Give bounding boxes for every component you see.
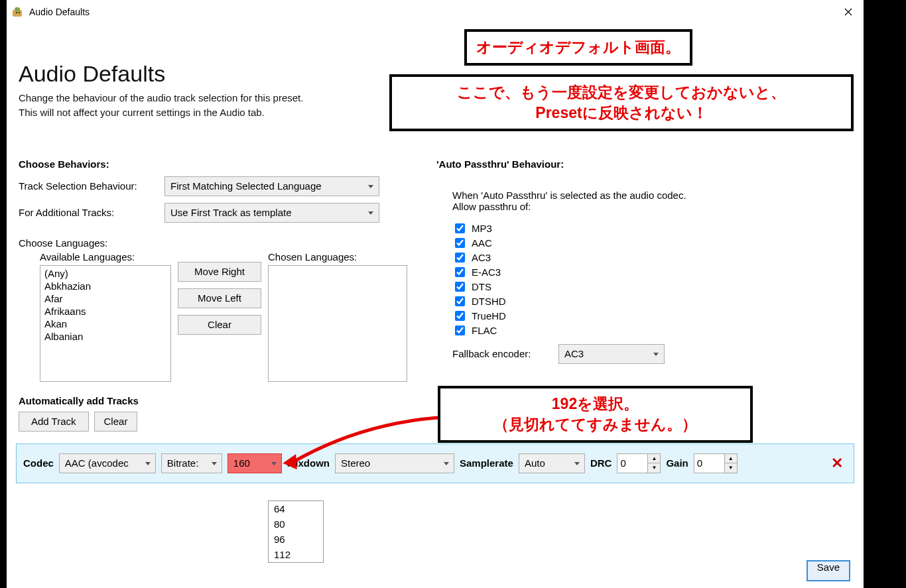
passthru-eac3-checkbox[interactable]: E-AC3 <box>452 265 852 279</box>
available-languages-list[interactable]: (Any) Abkhazian Afar Afrikaans Akan Alba… <box>40 265 171 382</box>
titlebar: Audio Defaults <box>7 0 864 24</box>
passthru-mp3-checkbox[interactable]: MP3 <box>452 221 852 235</box>
list-item[interactable]: Afrikaans <box>43 305 168 318</box>
bitrate-option[interactable]: 96 <box>269 532 323 547</box>
spin-up-icon[interactable]: ▲ <box>725 454 737 464</box>
bitrate-options-dropdown[interactable]: 64 80 96 112 <box>268 500 324 563</box>
delete-track-button[interactable]: ✕ <box>831 455 843 472</box>
callout-3: 192を選択。（見切れててすみません。） <box>438 386 753 443</box>
spin-up-icon[interactable]: ▲ <box>648 454 660 464</box>
bitrate-value-dropdown[interactable]: 160 <box>227 453 282 473</box>
arrow-icon <box>279 411 451 484</box>
list-item[interactable]: Akan <box>43 318 168 330</box>
available-languages-label: Available Languages: <box>40 251 171 263</box>
fallback-encoder-dropdown[interactable]: AC3 <box>558 344 665 364</box>
bitrate-option[interactable]: 112 <box>269 547 323 562</box>
choose-languages-heading: Choose Languages: <box>19 237 423 249</box>
passthru-dts-checkbox[interactable]: DTS <box>452 280 852 294</box>
passthru-truehd-checkbox[interactable]: TrueHD <box>452 309 852 323</box>
bitrate-mode-dropdown[interactable]: Bitrate: <box>161 453 222 473</box>
callout-1: オーディオデフォルト画面。 <box>464 29 692 66</box>
move-right-button[interactable]: Move Right <box>178 262 261 282</box>
svg-point-2 <box>16 12 17 13</box>
auto-passthru-heading: 'Auto Passthru' Behaviour: <box>436 158 852 170</box>
clear-tracks-button[interactable]: Clear <box>94 412 138 432</box>
bitrate-option[interactable]: 64 <box>269 501 323 516</box>
track-selection-dropdown[interactable]: First Matching Selected Language <box>164 176 379 196</box>
additional-tracks-label: For Additional Tracks: <box>19 207 164 218</box>
additional-tracks-dropdown[interactable]: Use First Track as template <box>164 203 379 223</box>
svg-point-3 <box>19 12 20 13</box>
list-item[interactable]: Albanian <box>43 330 168 343</box>
spin-down-icon[interactable]: ▼ <box>725 463 737 473</box>
list-item[interactable]: Abkhazian <box>43 280 168 292</box>
window-title: Audio Defaults <box>29 7 90 17</box>
move-left-button[interactable]: Move Left <box>178 288 261 308</box>
passthru-aac-checkbox[interactable]: AAC <box>452 236 852 250</box>
passthru-dtshd-checkbox[interactable]: DTSHD <box>452 294 852 308</box>
chosen-languages-label: Chosen Languages: <box>268 251 407 263</box>
passthru-desc-1: When 'Auto Passthru' is selected as the … <box>452 190 852 201</box>
svg-rect-1 <box>15 7 20 11</box>
spin-down-icon[interactable]: ▼ <box>648 463 660 473</box>
clear-languages-button[interactable]: Clear <box>178 315 261 335</box>
passthru-ac3-checkbox[interactable]: AC3 <box>452 251 852 265</box>
app-icon <box>11 5 25 19</box>
codec-dropdown[interactable]: AAC (avcodec <box>59 453 156 473</box>
chosen-languages-list[interactable] <box>268 265 407 382</box>
passthru-flac-checkbox[interactable]: FLAC <box>452 323 852 337</box>
fallback-encoder-label: Fallback encoder: <box>452 348 558 359</box>
gain-label: Gain <box>666 457 688 469</box>
drc-spinner[interactable]: ▲▼ <box>617 453 661 473</box>
list-item[interactable]: Afar <box>43 292 168 305</box>
passthru-desc-2: Allow passthru of: <box>452 201 852 212</box>
close-button[interactable] <box>833 0 864 24</box>
gain-spinner[interactable]: ▲▼ <box>694 453 738 473</box>
track-selection-label: Track Selection Behaviour: <box>19 180 164 192</box>
save-button[interactable]: Save <box>807 560 850 581</box>
add-track-button[interactable]: Add Track <box>19 412 89 432</box>
auto-add-tracks-heading: Automatically add Tracks <box>19 395 423 406</box>
callout-2: ここで、もう一度設定を変更しておかないと、Presetに反映されない！ <box>389 74 854 131</box>
samplerate-dropdown[interactable]: Auto <box>519 453 585 473</box>
choose-behaviors-heading: Choose Behaviors: <box>19 158 423 170</box>
codec-label: Codec <box>23 457 54 469</box>
drc-label: DRC <box>590 457 612 469</box>
list-item[interactable]: (Any) <box>43 267 168 280</box>
bitrate-option[interactable]: 80 <box>269 516 323 532</box>
samplerate-label: Samplerate <box>460 457 513 469</box>
